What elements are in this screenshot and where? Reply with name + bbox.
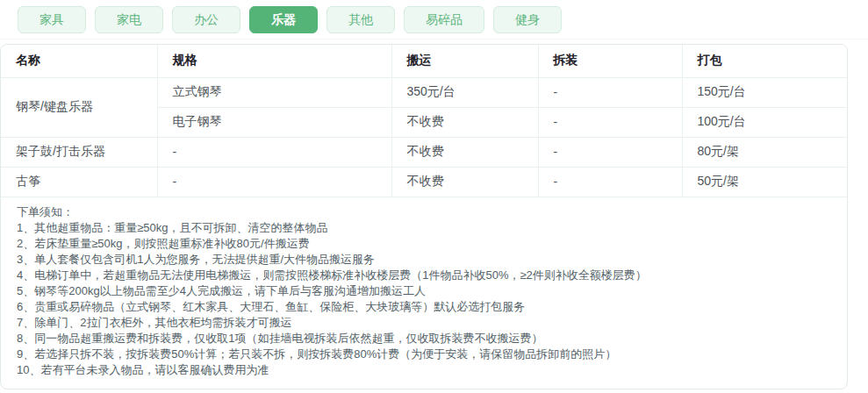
header-pack: 打包 [682, 45, 847, 77]
note-item: 6、贵重或易碎物品（立式钢琴、红木家具、大理石、鱼缸、保险柜、大块玻璃等）默认必… [17, 299, 831, 315]
tab-other[interactable]: 其他 [326, 6, 395, 33]
cell-move: 不收费 [391, 167, 538, 196]
cell-pack: 150元/台 [682, 77, 847, 107]
pricing-table: 名称 规格 搬运 拆装 打包 钢琴/键盘乐器 立式钢琴 350元/台 - 150… [1, 45, 847, 197]
tab-office[interactable]: 办公 [172, 6, 240, 33]
cell-pack: 80元/架 [682, 137, 847, 167]
tab-appliances[interactable]: 家电 [95, 6, 163, 33]
header-move: 搬运 [391, 45, 538, 77]
header-spec: 规格 [157, 45, 391, 77]
cell-disassembly: - [538, 107, 682, 137]
cell-move: 不收费 [391, 107, 538, 137]
pricing-panel: 名称 规格 搬运 拆装 打包 钢琴/键盘乐器 立式钢琴 350元/台 - 150… [0, 44, 848, 389]
table-row: 架子鼓/打击乐器 - 不收费 - 80元/架 [1, 137, 847, 167]
table-row: 古筝 - 不收费 - 50元/架 [1, 167, 847, 196]
table-header-row: 名称 规格 搬运 拆装 打包 [1, 45, 847, 77]
category-tabbar: 家具 家电 办公 乐器 其他 易碎品 健身 [0, 0, 868, 39]
header-disassembly: 拆装 [538, 45, 682, 77]
order-notes: 下单须知： 1、其他超重物品：重量≥50kg，且不可拆卸、清空的整体物品 2、若… [1, 197, 847, 389]
cell-spec: - [157, 167, 391, 196]
note-item: 8、同一物品超重搬运费和拆装费，仅收取1项（如挂墙电视拆装后依然超重，仅收取拆装… [17, 331, 831, 347]
cell-name: 古筝 [1, 167, 157, 196]
cell-move: 不收费 [391, 137, 538, 167]
cell-disassembly: - [538, 137, 682, 167]
pricing-page: 家具 家电 办公 乐器 其他 易碎品 健身 名称 规格 搬运 拆装 打包 钢琴/… [0, 0, 868, 393]
cell-spec: 立式钢琴 [157, 77, 391, 107]
cell-name: 钢琴/键盘乐器 [1, 77, 157, 137]
tab-fitness[interactable]: 健身 [493, 6, 562, 33]
note-item: 1、其他超重物品：重量≥50kg，且不可拆卸、清空的整体物品 [17, 220, 831, 236]
note-item: 9、若选择只拆不装，按拆装费50%计算；若只装不拆，则按拆装费80%计费（为便于… [17, 347, 831, 362]
cell-pack: 50元/架 [682, 167, 847, 196]
note-item: 5、钢琴等200kg以上物品需至少4人完成搬运，请下单后与客服沟通增加搬运工人 [17, 283, 831, 299]
table-row: 钢琴/键盘乐器 立式钢琴 350元/台 - 150元/台 [1, 77, 847, 107]
note-item: 2、若床垫重量≥50kg，则按照超重标准补收80元/件搬运费 [17, 236, 831, 252]
tab-fragile[interactable]: 易碎品 [404, 6, 484, 33]
cell-disassembly: - [538, 167, 682, 196]
cell-spec: - [157, 137, 391, 167]
tab-furniture[interactable]: 家具 [18, 6, 86, 33]
cell-spec: 电子钢琴 [157, 107, 391, 137]
note-item: 4、电梯订单中，若超重物品无法使用电梯搬运，则需按照楼梯标准补收楼层费（1件物品… [17, 268, 831, 283]
notes-title: 下单须知： [17, 204, 831, 220]
cell-disassembly: - [538, 77, 682, 107]
cell-pack: 100元/台 [682, 107, 847, 137]
cell-name: 架子鼓/打击乐器 [1, 137, 157, 167]
tab-instruments[interactable]: 乐器 [249, 6, 318, 33]
note-item: 7、除单门、2拉门衣柜外，其他衣柜均需拆装才可搬运 [17, 315, 831, 331]
header-name: 名称 [1, 45, 157, 77]
note-item: 3、单人套餐仅包含司机1人为您服务，无法提供超重/大件物品搬运服务 [17, 252, 831, 268]
note-item: 10、若有平台未录入物品，请以客服确认费用为准 [17, 362, 831, 378]
cell-move: 350元/台 [391, 77, 538, 107]
